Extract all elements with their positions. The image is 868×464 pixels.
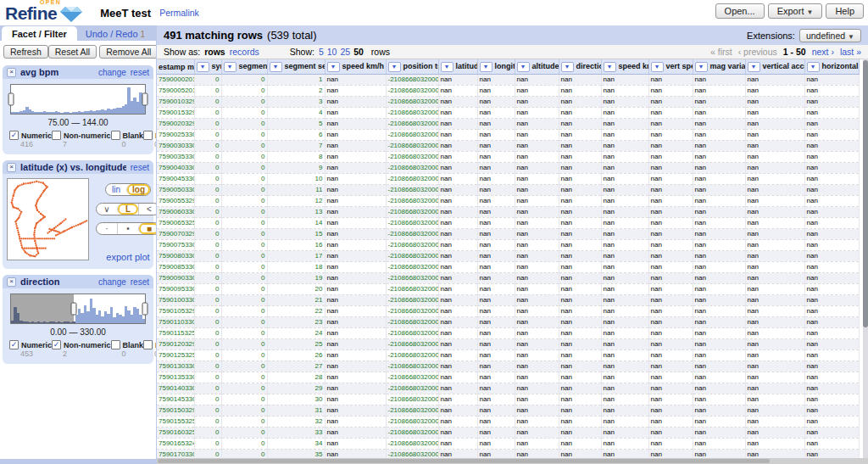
cell[interactable]: nan	[693, 196, 745, 207]
cell[interactable]: nan	[325, 439, 386, 450]
cell[interactable]: nan	[477, 75, 515, 86]
cell[interactable]: nan	[648, 174, 693, 185]
cell[interactable]: 0	[194, 130, 221, 141]
project-title[interactable]: MeeT test	[100, 7, 151, 20]
cell[interactable]: nan	[515, 119, 559, 130]
cell[interactable]: 11	[267, 185, 325, 196]
cell[interactable]: 7590065325	[157, 218, 194, 229]
cell[interactable]: 0	[194, 196, 221, 207]
cell[interactable]: nan	[515, 108, 559, 119]
cell[interactable]: -210866803200000	[386, 97, 438, 108]
cell[interactable]: 21	[267, 295, 325, 306]
cell[interactable]: 7590120329	[157, 339, 194, 350]
cell[interactable]: nan	[515, 207, 559, 218]
cell[interactable]: 0	[221, 130, 267, 141]
cell[interactable]: 26	[267, 350, 325, 361]
cell[interactable]: 12	[267, 196, 325, 207]
cell[interactable]: 7590080330	[157, 251, 194, 262]
facet-choice-error[interactable]: Error0	[143, 131, 156, 148]
checkbox-icon[interactable]	[111, 340, 120, 349]
cell[interactable]: nan	[648, 383, 693, 394]
column-menu-button[interactable]: ▼	[651, 62, 664, 72]
cell[interactable]: -210866803200000	[386, 405, 438, 416]
cell[interactable]: 0	[194, 328, 221, 339]
cell[interactable]: nan	[515, 350, 559, 361]
cell[interactable]: nan	[515, 328, 559, 339]
cell[interactable]: nan	[804, 229, 859, 240]
cell[interactable]: nan	[804, 273, 859, 284]
cell[interactable]: nan	[648, 163, 693, 174]
pagination-last[interactable]: last »	[840, 47, 861, 57]
cell[interactable]: 0	[221, 97, 267, 108]
cell[interactable]: nan	[559, 428, 601, 439]
cell[interactable]: nan	[438, 317, 477, 328]
cell[interactable]: nan	[438, 394, 477, 405]
cell[interactable]: nan	[745, 207, 804, 218]
cell[interactable]: nan	[601, 394, 648, 405]
cell[interactable]: nan	[325, 273, 386, 284]
cell[interactable]: nan	[745, 295, 804, 306]
tab-undo-redo[interactable]: Undo / Redo1	[77, 26, 153, 41]
cell[interactable]: 0	[221, 450, 267, 459]
cell[interactable]: -210866803200000	[386, 284, 438, 295]
column-menu-button[interactable]: ▼	[604, 62, 616, 72]
cell[interactable]: nan	[745, 328, 804, 339]
cell[interactable]: 0	[194, 251, 221, 262]
cell[interactable]: 7590110330	[157, 317, 194, 328]
cell[interactable]: nan	[648, 185, 693, 196]
cell[interactable]: nan	[601, 218, 648, 229]
cell[interactable]: nan	[325, 130, 386, 141]
cell[interactable]: nan	[745, 262, 804, 273]
cell[interactable]: nan	[438, 163, 477, 174]
checkbox-icon[interactable]	[52, 131, 61, 140]
cell[interactable]: nan	[745, 372, 804, 383]
cell[interactable]: 7590085330	[157, 262, 194, 273]
cell[interactable]: nan	[325, 295, 386, 306]
cell[interactable]: nan	[601, 361, 648, 372]
cell[interactable]: 30	[267, 394, 325, 405]
cell[interactable]: nan	[693, 350, 745, 361]
cell[interactable]: 0	[194, 240, 221, 251]
cell[interactable]: nan	[648, 229, 693, 240]
cell[interactable]: nan	[325, 328, 386, 339]
checkbox-icon[interactable]	[143, 131, 153, 140]
cell[interactable]: -210866803200000	[386, 361, 438, 372]
cell[interactable]: nan	[438, 284, 477, 295]
cell[interactable]: 5	[267, 119, 325, 130]
cell[interactable]: nan	[804, 86, 859, 97]
cell[interactable]: nan	[804, 339, 859, 350]
cell[interactable]: 0	[194, 428, 221, 439]
cell[interactable]: nan	[325, 262, 386, 273]
cell[interactable]: nan	[745, 394, 804, 405]
cell[interactable]: 27	[267, 361, 325, 372]
cell[interactable]: nan	[325, 405, 386, 416]
cell[interactable]: nan	[648, 416, 693, 428]
cell[interactable]: nan	[745, 163, 804, 174]
cell[interactable]: nan	[477, 306, 515, 317]
cell[interactable]: 18	[267, 262, 325, 273]
cell[interactable]: -210866803200000	[386, 262, 438, 273]
cell[interactable]: 0	[194, 284, 221, 295]
cell[interactable]: -210866803200000	[386, 196, 438, 207]
cell[interactable]: -210866803200000	[386, 439, 438, 450]
remove-all-button[interactable]: Remove All	[99, 45, 156, 59]
cell[interactable]: nan	[693, 119, 745, 130]
cell[interactable]: nan	[693, 405, 745, 416]
range-slider-right-handle[interactable]	[142, 303, 148, 316]
cell[interactable]: nan	[745, 317, 804, 328]
cell[interactable]: 1	[267, 75, 325, 86]
cell[interactable]: nan	[515, 185, 559, 196]
cell[interactable]: nan	[477, 185, 515, 196]
cell[interactable]: nan	[693, 108, 745, 119]
help-button[interactable]: Help	[826, 3, 864, 19]
cell[interactable]: 7590130330	[157, 361, 194, 372]
cell[interactable]: 0	[194, 416, 221, 428]
cell[interactable]: nan	[693, 152, 745, 163]
cell[interactable]: nan	[438, 130, 477, 141]
cell[interactable]: -210866803200000	[386, 383, 438, 394]
cell[interactable]: nan	[804, 383, 859, 394]
column-menu-button[interactable]: ▼	[561, 62, 574, 72]
cell[interactable]: nan	[648, 86, 693, 97]
cell[interactable]: nan	[804, 350, 859, 361]
cell[interactable]: nan	[559, 328, 601, 339]
